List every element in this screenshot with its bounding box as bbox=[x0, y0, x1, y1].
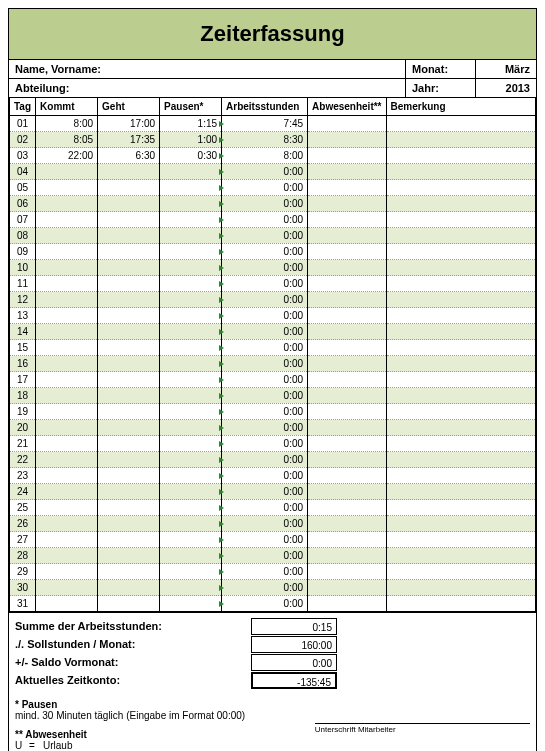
arbeitsstunden-cell[interactable]: 0:00 bbox=[222, 164, 308, 180]
abwesenheit-cell[interactable] bbox=[308, 548, 386, 564]
arbeitsstunden-cell[interactable]: 0:00 bbox=[222, 452, 308, 468]
geht-cell[interactable] bbox=[98, 596, 160, 612]
day-cell[interactable]: 26 bbox=[10, 516, 36, 532]
bemerkung-cell[interactable] bbox=[386, 580, 535, 596]
geht-cell[interactable] bbox=[98, 548, 160, 564]
geht-cell[interactable] bbox=[98, 404, 160, 420]
abwesenheit-cell[interactable] bbox=[308, 132, 386, 148]
abwesenheit-cell[interactable] bbox=[308, 516, 386, 532]
geht-cell[interactable] bbox=[98, 180, 160, 196]
arbeitsstunden-cell[interactable]: 0:00 bbox=[222, 196, 308, 212]
arbeitsstunden-cell[interactable]: 0:00 bbox=[222, 468, 308, 484]
day-cell[interactable]: 07 bbox=[10, 212, 36, 228]
arbeitsstunden-cell[interactable]: 8:00 bbox=[222, 148, 308, 164]
abwesenheit-cell[interactable] bbox=[308, 564, 386, 580]
bemerkung-cell[interactable] bbox=[386, 164, 535, 180]
abwesenheit-cell[interactable] bbox=[308, 308, 386, 324]
kommt-cell[interactable] bbox=[36, 388, 98, 404]
arbeitsstunden-cell[interactable]: 0:00 bbox=[222, 276, 308, 292]
kommt-cell[interactable] bbox=[36, 484, 98, 500]
pausen-cell[interactable] bbox=[160, 580, 222, 596]
bemerkung-cell[interactable] bbox=[386, 132, 535, 148]
day-cell[interactable]: 24 bbox=[10, 484, 36, 500]
abwesenheit-cell[interactable] bbox=[308, 468, 386, 484]
day-cell[interactable]: 11 bbox=[10, 276, 36, 292]
pausen-cell[interactable] bbox=[160, 356, 222, 372]
kommt-cell[interactable] bbox=[36, 292, 98, 308]
geht-cell[interactable] bbox=[98, 324, 160, 340]
abwesenheit-cell[interactable] bbox=[308, 404, 386, 420]
kommt-cell[interactable] bbox=[36, 196, 98, 212]
pausen-cell[interactable]: 1:15 bbox=[160, 116, 222, 132]
bemerkung-cell[interactable] bbox=[386, 260, 535, 276]
bemerkung-cell[interactable] bbox=[386, 452, 535, 468]
bemerkung-cell[interactable] bbox=[386, 292, 535, 308]
geht-cell[interactable] bbox=[98, 500, 160, 516]
arbeitsstunden-cell[interactable]: 0:00 bbox=[222, 308, 308, 324]
day-cell[interactable]: 14 bbox=[10, 324, 36, 340]
kommt-cell[interactable] bbox=[36, 260, 98, 276]
arbeitsstunden-cell[interactable]: 0:00 bbox=[222, 404, 308, 420]
abwesenheit-cell[interactable] bbox=[308, 228, 386, 244]
kommt-cell[interactable] bbox=[36, 308, 98, 324]
kommt-cell[interactable] bbox=[36, 532, 98, 548]
abwesenheit-cell[interactable] bbox=[308, 196, 386, 212]
arbeitsstunden-cell[interactable]: 0:00 bbox=[222, 228, 308, 244]
geht-cell[interactable] bbox=[98, 228, 160, 244]
geht-cell[interactable] bbox=[98, 292, 160, 308]
arbeitsstunden-cell[interactable]: 0:00 bbox=[222, 580, 308, 596]
geht-cell[interactable] bbox=[98, 260, 160, 276]
day-cell[interactable]: 13 bbox=[10, 308, 36, 324]
arbeitsstunden-cell[interactable]: 0:00 bbox=[222, 532, 308, 548]
abwesenheit-cell[interactable] bbox=[308, 260, 386, 276]
geht-cell[interactable] bbox=[98, 532, 160, 548]
bemerkung-cell[interactable] bbox=[386, 372, 535, 388]
day-cell[interactable]: 16 bbox=[10, 356, 36, 372]
arbeitsstunden-cell[interactable]: 0:00 bbox=[222, 596, 308, 612]
day-cell[interactable]: 28 bbox=[10, 548, 36, 564]
pausen-cell[interactable] bbox=[160, 260, 222, 276]
day-cell[interactable]: 04 bbox=[10, 164, 36, 180]
abwesenheit-cell[interactable] bbox=[308, 276, 386, 292]
day-cell[interactable]: 20 bbox=[10, 420, 36, 436]
bemerkung-cell[interactable] bbox=[386, 324, 535, 340]
pausen-cell[interactable] bbox=[160, 404, 222, 420]
bemerkung-cell[interactable] bbox=[386, 420, 535, 436]
day-cell[interactable]: 19 bbox=[10, 404, 36, 420]
kommt-cell[interactable] bbox=[36, 356, 98, 372]
kommt-cell[interactable] bbox=[36, 164, 98, 180]
abwesenheit-cell[interactable] bbox=[308, 388, 386, 404]
geht-cell[interactable] bbox=[98, 340, 160, 356]
abwesenheit-cell[interactable] bbox=[308, 244, 386, 260]
abwesenheit-cell[interactable] bbox=[308, 180, 386, 196]
bemerkung-cell[interactable] bbox=[386, 356, 535, 372]
geht-cell[interactable] bbox=[98, 356, 160, 372]
arbeitsstunden-cell[interactable]: 0:00 bbox=[222, 420, 308, 436]
pausen-cell[interactable] bbox=[160, 516, 222, 532]
bemerkung-cell[interactable] bbox=[386, 244, 535, 260]
kommt-cell[interactable] bbox=[36, 420, 98, 436]
kommt-cell[interactable] bbox=[36, 516, 98, 532]
pausen-cell[interactable] bbox=[160, 308, 222, 324]
kommt-cell[interactable] bbox=[36, 276, 98, 292]
pausen-cell[interactable] bbox=[160, 468, 222, 484]
abwesenheit-cell[interactable] bbox=[308, 164, 386, 180]
day-cell[interactable]: 18 bbox=[10, 388, 36, 404]
bemerkung-cell[interactable] bbox=[386, 500, 535, 516]
geht-cell[interactable]: 6:30 bbox=[98, 148, 160, 164]
day-cell[interactable]: 10 bbox=[10, 260, 36, 276]
kommt-cell[interactable] bbox=[36, 324, 98, 340]
pausen-cell[interactable] bbox=[160, 324, 222, 340]
bemerkung-cell[interactable] bbox=[386, 228, 535, 244]
arbeitsstunden-cell[interactable]: 0:00 bbox=[222, 180, 308, 196]
abwesenheit-cell[interactable] bbox=[308, 436, 386, 452]
abwesenheit-cell[interactable] bbox=[308, 372, 386, 388]
kommt-cell[interactable]: 8:05 bbox=[36, 132, 98, 148]
pausen-cell[interactable] bbox=[160, 388, 222, 404]
bemerkung-cell[interactable] bbox=[386, 196, 535, 212]
day-cell[interactable]: 06 bbox=[10, 196, 36, 212]
pausen-cell[interactable] bbox=[160, 452, 222, 468]
day-cell[interactable]: 15 bbox=[10, 340, 36, 356]
pausen-cell[interactable] bbox=[160, 564, 222, 580]
arbeitsstunden-cell[interactable]: 0:00 bbox=[222, 244, 308, 260]
